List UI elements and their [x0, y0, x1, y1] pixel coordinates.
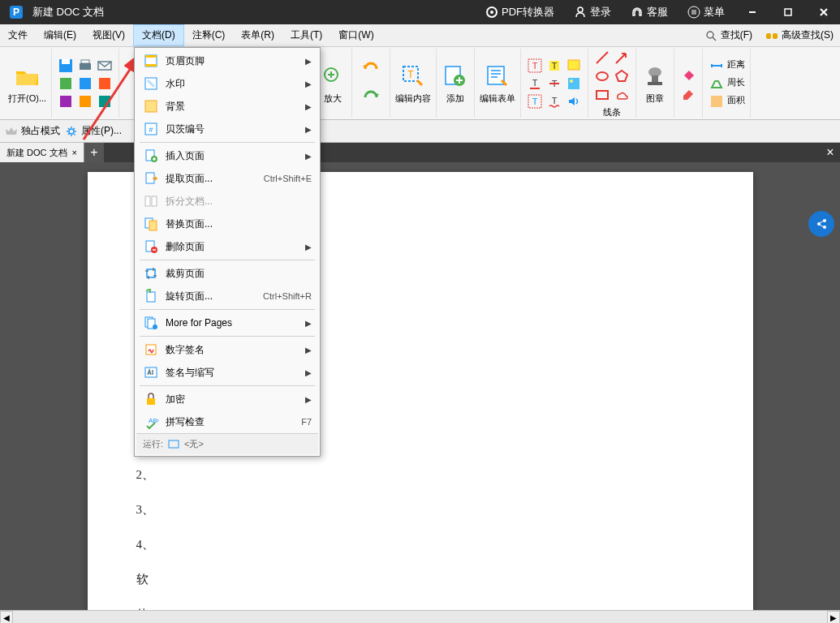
dd-digital-signature[interactable]: 数字签名▶: [136, 338, 318, 361]
highlight-tool[interactable]: T: [545, 57, 563, 75]
menu-window[interactable]: 窗口(W): [330, 24, 381, 46]
menu-view[interactable]: 视图(V): [84, 24, 133, 46]
dd-more-pages[interactable]: More for Pages▶: [136, 312, 318, 334]
minimize-button[interactable]: [736, 0, 769, 24]
underline-tool[interactable]: T: [526, 75, 544, 92]
dd-sign-initials[interactable]: 签名与缩写▶: [136, 361, 318, 384]
image-tool[interactable]: [565, 75, 583, 92]
chevron-right-icon: ▶: [305, 319, 312, 328]
menu-document[interactable]: 文档(D): [133, 24, 184, 46]
eraser-tool-2[interactable]: [679, 84, 697, 101]
svg-text:T: T: [552, 96, 558, 105]
floating-badge[interactable]: [808, 211, 834, 237]
extract-page-icon: [143, 170, 159, 187]
convert-tool-2[interactable]: [76, 75, 94, 92]
bates-icon: #: [143, 121, 159, 137]
gear-icon: [65, 125, 78, 138]
edit-form-tool[interactable]: [484, 62, 511, 90]
line-tool[interactable]: [593, 49, 611, 67]
dd-background[interactable]: 背景▶: [136, 95, 318, 118]
svg-text:T: T: [532, 97, 538, 106]
document-tab[interactable]: 新建 DOC 文档 ×: [0, 143, 84, 162]
properties-button[interactable]: 属性(P)...: [65, 124, 122, 138]
squiggly-tool[interactable]: T: [545, 92, 563, 110]
workspace: 软 1、 2、 3、 4、 5、 软 1、 2、 3、 4、 软 使: [0, 162, 840, 610]
dd-spell-check[interactable]: ABC拼写检查F7: [136, 410, 318, 433]
exclusive-mode-button[interactable]: 独占模式: [5, 124, 60, 138]
dd-bates[interactable]: #贝茨编号▶: [136, 118, 318, 140]
rect-tool[interactable]: [593, 86, 611, 104]
svg-rect-70: [146, 345, 156, 354]
binoculars-icon: [765, 29, 778, 42]
svg-rect-17: [99, 78, 110, 89]
text-tool-1[interactable]: T: [526, 57, 544, 75]
convert-tool-5[interactable]: [76, 92, 94, 110]
chevron-right-icon: ▶: [305, 102, 312, 111]
eraser-tool[interactable]: [679, 65, 697, 83]
email-tool[interactable]: [96, 57, 114, 75]
menu-edit[interactable]: 编辑(E): [36, 24, 84, 46]
dd-encrypt[interactable]: 加密▶: [136, 388, 318, 410]
maximize-button[interactable]: [772, 0, 804, 24]
add-tool[interactable]: [442, 62, 469, 90]
open-tool[interactable]: [14, 62, 41, 90]
close-all-tabs-button[interactable]: ×: [821, 143, 840, 162]
menu-file[interactable]: 文件: [0, 24, 36, 46]
support-button[interactable]: 客服: [622, 0, 676, 24]
strikethrough-tool[interactable]: T: [545, 75, 563, 92]
dd-extract-page[interactable]: 提取页面...Ctrl+Shift+E: [136, 167, 318, 190]
scroll-right-button[interactable]: ▶: [827, 611, 840, 623]
zoom-in-tool[interactable]: [319, 62, 347, 90]
page-text: 2、: [136, 467, 704, 483]
convert-tool-4[interactable]: [57, 92, 75, 110]
close-button[interactable]: [808, 0, 840, 24]
svg-rect-42: [652, 75, 658, 82]
save-tool[interactable]: [57, 57, 75, 75]
note-tool[interactable]: [565, 57, 583, 75]
area-tool[interactable]: [708, 92, 726, 110]
sound-tool[interactable]: [565, 92, 583, 110]
perimeter-tool[interactable]: [708, 75, 726, 92]
new-tab-button[interactable]: +: [84, 143, 104, 162]
dd-insert-page[interactable]: 插入页面▶: [136, 144, 318, 167]
menu-form[interactable]: 表单(R): [233, 24, 282, 46]
svg-rect-71: [145, 367, 157, 377]
svg-rect-62: [149, 221, 157, 230]
arrow-tool[interactable]: [613, 49, 631, 67]
svg-text:P: P: [13, 6, 19, 18]
dd-delete-page[interactable]: 删除页面▶: [136, 235, 318, 258]
tab-close-icon[interactable]: ×: [72, 148, 77, 157]
header-footer-icon: [143, 53, 159, 69]
text-tool-2[interactable]: T: [526, 92, 544, 110]
dd-crop-page[interactable]: 裁剪页面: [136, 262, 318, 285]
scroll-left-button[interactable]: ◀: [0, 611, 13, 623]
print-tool[interactable]: [76, 57, 94, 75]
advanced-find-button[interactable]: 高级查找(S): [759, 24, 840, 46]
convert-tool-3[interactable]: [96, 75, 114, 92]
dd-watermark[interactable]: 水印▶: [136, 72, 318, 95]
edit-content-tool[interactable]: T: [399, 62, 427, 90]
statusbar: ◀ ▶: [0, 610, 840, 623]
dd-rotate-page[interactable]: 旋转页面...Ctrl+Shift+R: [136, 285, 318, 307]
svg-rect-8: [766, 33, 771, 39]
dd-replace-page[interactable]: 替换页面...: [136, 213, 318, 235]
login-button[interactable]: 登录: [566, 0, 619, 24]
cloud-tool[interactable]: [613, 86, 631, 104]
menu-comment[interactable]: 注释(C): [184, 24, 234, 46]
pdf-converter-button[interactable]: PDF转换器: [477, 0, 562, 24]
convert-tool-1[interactable]: [57, 75, 75, 92]
convert-tool-6[interactable]: [96, 92, 114, 110]
scrollbar-track[interactable]: [13, 611, 827, 623]
menu-button[interactable]: 菜单: [679, 0, 733, 24]
stamp-tool[interactable]: [641, 62, 669, 90]
redo-tool[interactable]: [357, 84, 385, 111]
polygon-tool[interactable]: [613, 67, 631, 85]
menu-tool[interactable]: 工具(T): [282, 24, 330, 46]
find-button[interactable]: 查找(F): [698, 24, 759, 46]
undo-tool[interactable]: [357, 55, 385, 83]
dd-split: 拆分文档...: [136, 190, 318, 213]
svg-rect-20: [99, 96, 110, 107]
distance-tool[interactable]: [708, 57, 726, 75]
ellipse-tool[interactable]: [593, 67, 611, 85]
dd-header-footer[interactable]: 页眉页脚▶: [136, 49, 318, 72]
